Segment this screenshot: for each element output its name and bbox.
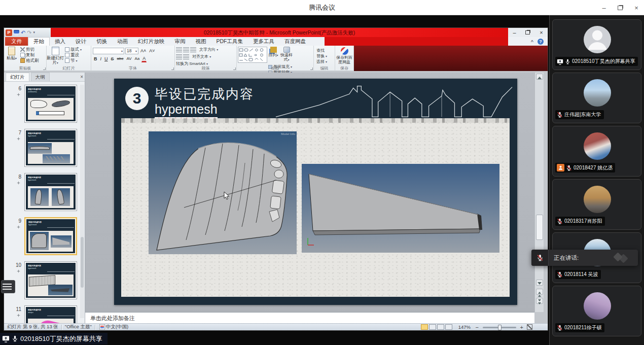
undo-icon[interactable]: ↶ [21, 30, 25, 36]
dialog-launcher-icon[interactable] [43, 67, 46, 70]
format-painter-button[interactable]: 格式刷 [19, 58, 39, 63]
scroll-down-icon[interactable] [536, 280, 543, 286]
main-scrollbar[interactable] [534, 73, 544, 312]
ppt-minimize-icon[interactable]: – [513, 29, 516, 36]
next-slide-icon[interactable] [536, 298, 543, 304]
slide-thumbnail-9-selected[interactable]: 9 毕设已完成内容hypermesh [24, 217, 77, 255]
participant-tile[interactable]: 02018317肖苏阳 [552, 179, 641, 230]
tab-animations[interactable]: 动画 [112, 37, 133, 46]
tab-file[interactable]: 文件 [5, 37, 28, 46]
tab-outline-panel[interactable]: 大纲 [31, 73, 50, 81]
tab-review[interactable]: 审阅 [170, 37, 191, 46]
previous-slide-icon[interactable] [536, 289, 543, 295]
reading-view-icon[interactable] [437, 324, 444, 330]
numbering-icon[interactable] [183, 47, 189, 53]
panel-scrollbar[interactable] [80, 85, 84, 318]
dialog-launcher-icon[interactable] [171, 67, 174, 70]
tab-home[interactable]: 开始 [28, 37, 50, 46]
cut-button[interactable]: 剪切 [19, 47, 39, 52]
help-icon[interactable]: ? [538, 39, 544, 45]
tab-slides-panel[interactable]: 幻灯片 [6, 73, 29, 81]
zoom-slider-thumb[interactable] [498, 325, 502, 330]
ribbon-collapse-icon[interactable]: ^ [531, 39, 533, 44]
dialog-launcher-icon[interactable] [233, 67, 236, 70]
participant-tile[interactable]: 02018211徐子硕 [552, 286, 641, 336]
align-center-icon[interactable] [183, 54, 189, 60]
participant-tile[interactable]: 庄伟超|东南大学 [552, 73, 641, 123]
animation-indicator-icon[interactable] [17, 225, 20, 229]
normal-view-icon[interactable] [421, 324, 428, 330]
slide-sorter-view-icon[interactable] [429, 324, 436, 330]
copy-button[interactable]: 复制 [19, 52, 39, 58]
ppt-restore-icon[interactable] [525, 30, 530, 34]
grow-font-button[interactable]: A˄ [139, 47, 147, 54]
tab-insert[interactable]: 插入 [50, 37, 70, 46]
close-icon[interactable]: × [633, 4, 640, 12]
indent-icon[interactable] [190, 47, 196, 53]
slide-thumbnail-6[interactable]: 6 毕设已完成内容(solidworks) [24, 85, 77, 123]
meeting-panel-toggle-icon[interactable] [1, 280, 15, 293]
tab-baidu-pan[interactable]: 百度网盘 [279, 37, 311, 46]
underline-button[interactable]: U [103, 55, 109, 62]
tab-more-tools[interactable]: 更多工具 [248, 37, 279, 46]
tab-design[interactable]: 设计 [70, 37, 91, 46]
zoom-slider[interactable] [483, 327, 516, 328]
strikethrough-button[interactable]: abc [116, 55, 125, 62]
shapes-gallery[interactable] [238, 47, 267, 63]
italic-button[interactable]: I [99, 55, 103, 62]
qat-dropdown-icon[interactable]: ▾ [33, 30, 35, 34]
char-spacing-button[interactable]: AV [125, 55, 132, 62]
paste-button[interactable]: 粘贴▾ [4, 46, 19, 61]
tab-view[interactable]: 视图 [191, 37, 211, 46]
reset-button[interactable]: 重设 [64, 52, 82, 58]
slide-thumbnail-8[interactable]: 8 毕设已完成内容hypermesh [24, 173, 77, 211]
text-direction-button[interactable]: 文字方向 ▾ [199, 47, 218, 53]
minimize-icon[interactable]: – [600, 4, 607, 12]
save-icon[interactable] [14, 30, 19, 36]
panel-close-icon[interactable]: × [80, 74, 83, 80]
shrink-font-button[interactable]: A˅ [148, 47, 156, 54]
slide-thumbnail-7[interactable]: 7 毕设已完成内容hypermesh [24, 129, 77, 167]
font-name-select[interactable]: ▾ [93, 48, 124, 54]
font-size-select[interactable]: 18▾ [125, 48, 138, 54]
zoom-in-icon[interactable]: + [520, 324, 523, 330]
zoom-out-icon[interactable]: − [476, 324, 479, 330]
scroll-up-icon[interactable] [536, 74, 543, 80]
slide-canvas[interactable]: 3 毕设已完成内容 hypermesh [85, 73, 534, 312]
participant-tile[interactable]: 02018427 姚亿丞 [552, 126, 641, 177]
redo-icon[interactable]: ↷ [27, 30, 31, 36]
layout-button[interactable]: 版式▾ [64, 47, 82, 52]
slide-thumbnail-11[interactable]: 11 毕设已完成内容abaqus [24, 305, 77, 323]
notes-pane[interactable]: 单击此处添加备注 [85, 312, 534, 323]
replace-button[interactable]: 替换▾ [315, 53, 335, 59]
dialog-launcher-icon[interactable] [310, 67, 313, 70]
tab-transitions[interactable]: 切换 [91, 37, 112, 46]
section-button[interactable]: 节▾ [64, 58, 82, 63]
save-to-baidu-button[interactable]: 保存到百度网盘 [335, 47, 353, 64]
language-indicator[interactable]: 中文(中国) [106, 324, 128, 330]
animation-indicator-icon[interactable] [17, 181, 20, 185]
spellcheck-icon[interactable] [99, 324, 105, 330]
slide-thumbnail-10[interactable]: 10 毕设已完成内容hypermesh [24, 261, 77, 299]
arrange-button[interactable]: 排列▾ [267, 46, 279, 58]
restore-icon[interactable] [618, 6, 623, 10]
zoom-level[interactable]: 147% [458, 324, 471, 330]
animation-indicator-icon[interactable] [17, 269, 20, 273]
tab-pdf-tools[interactable]: PDF工具集 [211, 37, 248, 46]
ppt-close-icon[interactable]: × [540, 29, 543, 36]
current-slide[interactable]: 3 毕设已完成内容 hypermesh [114, 79, 517, 305]
bullets-icon[interactable] [176, 47, 182, 53]
scrollbar-thumb[interactable] [536, 215, 543, 240]
find-button[interactable]: 查找 [315, 48, 335, 53]
animation-indicator-icon[interactable] [17, 93, 20, 96]
font-color-button[interactable]: A [141, 56, 147, 62]
animation-indicator-icon[interactable] [17, 314, 20, 317]
participant-tile-sharer[interactable]: 02018510丁昊杰的屏幕共享 [552, 19, 641, 70]
shadow-button[interactable]: S [110, 55, 115, 62]
align-left-icon[interactable] [176, 54, 182, 60]
fit-to-window-icon[interactable] [527, 324, 532, 330]
new-slide-button[interactable]: 新建幻灯片▾ [47, 46, 64, 65]
quick-styles-button[interactable]: 快速样式▾ [279, 46, 294, 62]
bold-button[interactable]: B [93, 55, 98, 62]
change-case-button[interactable]: Aa [134, 55, 141, 62]
